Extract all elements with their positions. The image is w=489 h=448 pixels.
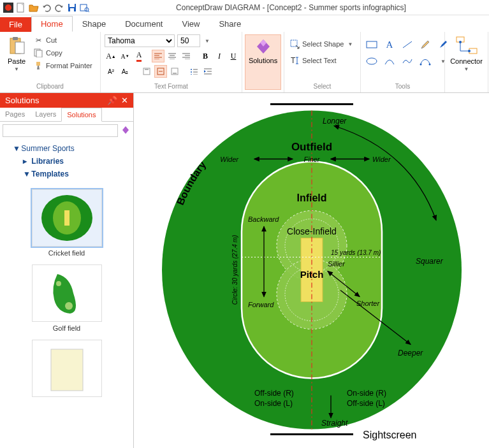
italic-button[interactable]: I (213, 50, 226, 62)
svg-text:On-side (R): On-side (R) (347, 388, 386, 397)
svg-text:Off-side (L): Off-side (L) (347, 398, 385, 407)
svg-rect-4 (69, 4, 75, 7)
solutions-button[interactable]: Solutions (245, 34, 281, 90)
svg-point-46 (367, 58, 377, 64)
pin-icon[interactable]: 📌 (107, 96, 117, 105)
connector-button[interactable]: Connector ▼ (449, 34, 484, 73)
cricket-field-diagram: Boundary Outfield Infield Close-Infield … (143, 93, 481, 447)
bold-button[interactable]: B (199, 50, 212, 62)
solutions-search-input[interactable] (3, 124, 118, 137)
redo-icon[interactable] (54, 2, 65, 13)
new-icon[interactable] (15, 2, 27, 13)
undo-icon[interactable] (41, 2, 52, 13)
thumb-preview (32, 189, 102, 247)
close-icon[interactable]: ✕ (121, 96, 128, 105)
svg-point-1 (5, 4, 11, 11)
tree-label: Summer Sports (21, 144, 74, 153)
panel-tab-pages[interactable]: Pages (0, 108, 30, 121)
tab-share[interactable]: Share (209, 16, 251, 32)
select-shape-button[interactable]: Select Shape▼ (288, 38, 354, 50)
scissors-icon: ✂ (33, 35, 43, 45)
template-thumb-golf[interactable]: Golf field (3, 261, 131, 336)
cut-button[interactable]: ✂Cut (32, 34, 94, 46)
underline-button[interactable]: U (227, 50, 240, 62)
svg-text:Squarer: Squarer (416, 256, 444, 265)
valign-bottom-button[interactable] (168, 65, 181, 78)
select-text-button[interactable]: TSelect Text (288, 55, 338, 66)
shrink-font-button[interactable]: A▼ (119, 50, 131, 62)
bezier-tool[interactable] (418, 55, 432, 68)
font-size-dropdown[interactable]: ▼ (203, 34, 212, 47)
svg-text:15 yards (13.7 m): 15 yards (13.7 m) (331, 249, 381, 256)
arc-tool[interactable] (383, 55, 397, 68)
font-size-input[interactable] (177, 34, 200, 47)
tab-home[interactable]: Home (31, 16, 73, 32)
svg-text:Forward: Forward (248, 300, 274, 308)
cut-label: Cut (46, 36, 57, 44)
tab-document[interactable]: Document (115, 16, 172, 32)
svg-point-57 (56, 281, 61, 286)
brush-icon (33, 61, 43, 71)
pencil-tool[interactable] (418, 38, 432, 51)
font-color-button[interactable]: A (133, 50, 145, 62)
tree-templates[interactable]: ▼ Templates (5, 168, 128, 180)
superscript-button[interactable]: A² (105, 65, 117, 78)
tab-view[interactable]: View (172, 16, 209, 32)
window-title: ConceptDraw DIAGRAM - [Concept2 - Summer… (93, 3, 489, 12)
solutions-icon (254, 38, 272, 55)
preview-icon[interactable] (79, 2, 91, 13)
thumb-label: Golf field (3, 324, 131, 332)
app-icon (3, 2, 14, 13)
align-right-button[interactable] (180, 50, 193, 62)
tools-group-label: Tools (365, 83, 441, 90)
tree-label: Templates (31, 170, 68, 178)
align-left-button[interactable] (152, 50, 164, 62)
svg-text:T: T (291, 56, 296, 65)
valign-top-button[interactable] (140, 65, 153, 78)
valign-middle-button[interactable] (154, 65, 167, 78)
spline-tool[interactable] (400, 55, 414, 68)
svg-text:Sillier: Sillier (328, 259, 346, 267)
connector-label: Connector (450, 57, 483, 65)
align-center-button[interactable] (166, 50, 179, 62)
tree-summer-sports[interactable]: ▼ Summer Sports (5, 142, 128, 155)
template-thumb-3[interactable] (3, 336, 131, 403)
save-icon[interactable] (66, 2, 78, 13)
font-family-select[interactable]: Tahoma (105, 34, 175, 47)
paste-label: Paste (8, 57, 26, 65)
bullet-list-button[interactable] (187, 65, 200, 78)
panel-tab-solutions[interactable]: Solutions (61, 108, 101, 122)
grow-font-button[interactable]: A▲ (105, 50, 117, 62)
svg-text:Outfield: Outfield (291, 140, 332, 152)
svg-rect-44 (367, 41, 377, 48)
panel-tab-layers[interactable]: Layers (30, 108, 61, 121)
solutions-settings-icon[interactable] (120, 125, 131, 137)
rectangle-tool[interactable] (365, 38, 379, 51)
solutions-label: Solutions (249, 57, 277, 64)
svg-text:Sightscreen: Sightscreen (363, 429, 417, 440)
indent-button[interactable] (201, 65, 214, 78)
copy-button[interactable]: Copy (32, 47, 94, 59)
tab-file[interactable]: File (0, 17, 31, 32)
line-tool[interactable] (400, 38, 414, 51)
svg-rect-14 (36, 62, 40, 66)
open-folder-icon[interactable] (28, 2, 40, 13)
tab-shape[interactable]: Shape (73, 16, 116, 32)
drawing-canvas[interactable]: Boundary Outfield Infield Close-Infield … (134, 93, 489, 448)
paste-button[interactable]: Paste ▼ (4, 34, 29, 73)
svg-text:Straight: Straight (321, 418, 348, 427)
thumb-label: Cricket field (3, 249, 131, 257)
text-tool[interactable]: A (383, 38, 397, 51)
svg-line-8 (88, 11, 89, 12)
select-shape-icon (289, 39, 300, 49)
tree-libraries[interactable]: ▸ Libraries (5, 155, 128, 168)
select-text-label: Select Text (302, 57, 337, 64)
select-group-label: Select (288, 83, 356, 90)
clipboard-group-label: Clipboard (4, 83, 96, 90)
svg-rect-13 (36, 50, 42, 57)
template-thumb-cricket[interactable]: Cricket field (3, 185, 131, 261)
thumb-preview (32, 264, 102, 322)
format-painter-button[interactable]: Format Painter (32, 60, 94, 71)
ellipse-tool[interactable] (365, 55, 379, 68)
subscript-button[interactable]: A₂ (119, 65, 131, 78)
